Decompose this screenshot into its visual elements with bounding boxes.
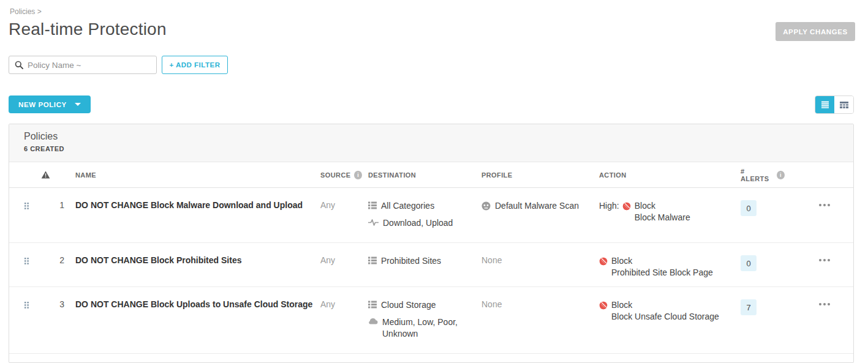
policy-name[interactable]: DO NOT CHANGE Block Prohibited Sites	[69, 255, 314, 279]
column-header-row: NAME SOURCEi DESTINATION PROFILE ACTION …	[9, 162, 853, 188]
row-menu-icon[interactable]	[823, 259, 826, 261]
column-alerts[interactable]: # ALERTSi	[734, 168, 785, 182]
view-toggle	[815, 95, 854, 114]
policies-card: Policies 6 CREATED NAME SOURCEi DESTINAT…	[9, 124, 854, 363]
policy-destination: All CategoriesDownload, Upload	[362, 200, 475, 234]
block-icon	[599, 301, 608, 310]
table-row: 3 DO NOT CHANGE Block Uploads to Unsafe …	[9, 287, 853, 354]
table-row: 1 DO NOT CHANGE Block Malware Download a…	[9, 188, 853, 243]
row-menu-icon[interactable]	[823, 204, 826, 206]
alerts-badge[interactable]: 0	[741, 255, 757, 271]
column-name[interactable]: NAME	[69, 171, 314, 179]
drag-handle-icon[interactable]	[24, 257, 29, 267]
row-menu-icon[interactable]	[823, 303, 826, 305]
policy-destination: Cloud StorageMedium, Low, Poor, Unknown	[362, 299, 475, 345]
table-view-icon	[839, 101, 849, 109]
policy-name[interactable]: DO NOT CHANGE Block Malware Download and…	[69, 200, 314, 234]
page-title: Real-time Protection	[9, 20, 167, 39]
drag-handle-icon[interactable]	[24, 301, 29, 311]
list-view-button[interactable]	[815, 96, 834, 113]
breadcrumb[interactable]: Policies >	[10, 7, 42, 16]
alerts-badge[interactable]: 0	[741, 200, 757, 216]
column-source[interactable]: SOURCEi	[314, 171, 362, 179]
column-destination[interactable]: DESTINATION	[362, 171, 475, 179]
block-icon	[622, 202, 631, 211]
policy-search[interactable]	[9, 56, 157, 74]
categories-icon	[368, 201, 377, 209]
row-number: 3	[45, 299, 69, 345]
policy-destination: Prohibited Sites	[362, 255, 475, 279]
policy-name[interactable]: DO NOT CHANGE Block Uploads to Unsafe Cl…	[69, 299, 314, 345]
info-icon[interactable]: i	[777, 171, 785, 179]
malware-scan-icon	[481, 201, 491, 211]
new-policy-button[interactable]: NEW POLICY	[9, 95, 91, 113]
created-count: 6 CREATED	[24, 145, 839, 152]
alerts-badge[interactable]: 7	[741, 299, 757, 315]
categories-icon	[368, 301, 377, 309]
table-row: 2 DO NOT CHANGE Block Prohibited Sites A…	[9, 243, 853, 287]
policy-source: Any	[314, 299, 362, 345]
new-policy-label: NEW POLICY	[18, 101, 67, 108]
column-action[interactable]: ACTION	[593, 171, 734, 179]
realtime-protection-page: Policies > Real-time Protection APPLY CH…	[0, 0, 868, 363]
row-number: 1	[45, 200, 69, 234]
policy-action: High:BlockBlock Malware	[593, 200, 734, 234]
apply-changes-button[interactable]: APPLY CHANGES	[776, 22, 855, 41]
policy-profile: None	[475, 299, 593, 345]
policy-action: BlockProhibited Site Block Page	[593, 255, 734, 279]
row-number: 2	[45, 255, 69, 279]
block-icon	[599, 257, 608, 266]
info-icon[interactable]: i	[354, 171, 362, 179]
policy-source: Any	[314, 200, 362, 234]
policy-action: BlockBlock Unsafe Cloud Storage	[593, 299, 734, 345]
column-profile[interactable]: PROFILE	[475, 171, 593, 179]
policy-source: Any	[314, 255, 362, 279]
policies-card-header: Policies 6 CREATED	[9, 124, 853, 162]
search-icon	[15, 61, 23, 69]
add-filter-button[interactable]: + ADD FILTER	[162, 56, 228, 74]
warning-column	[24, 171, 69, 179]
drag-handle-icon[interactable]	[24, 202, 29, 212]
list-view-icon	[821, 101, 829, 108]
table-view-button[interactable]	[834, 96, 853, 113]
policy-profile: None	[475, 255, 593, 279]
warning-icon	[41, 171, 50, 179]
cloud-icon	[368, 318, 378, 324]
activities-icon	[368, 219, 379, 226]
categories-icon	[368, 256, 377, 264]
policy-profile: Default Malware Scan	[475, 200, 593, 234]
table-row-partial	[9, 354, 853, 363]
chevron-down-icon	[75, 103, 81, 106]
search-input[interactable]	[28, 61, 151, 70]
card-title: Policies	[24, 131, 839, 142]
policy-rows: 1 DO NOT CHANGE Block Malware Download a…	[9, 188, 853, 363]
